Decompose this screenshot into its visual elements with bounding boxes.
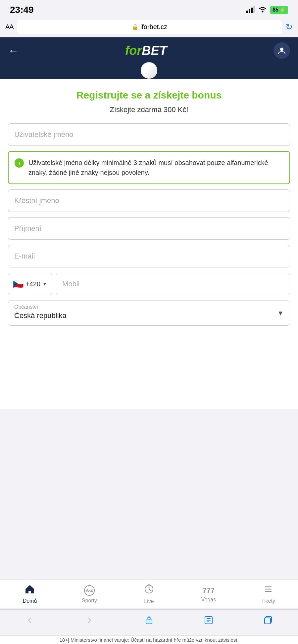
- browser-aa-button[interactable]: AA: [5, 23, 14, 31]
- sporty-icon: A-Z: [84, 585, 95, 596]
- citizenship-label: Občanství: [14, 304, 284, 310]
- country-dropdown-arrow: ▼: [42, 281, 47, 287]
- lastname-input[interactable]: [8, 217, 290, 240]
- citizenship-value: Česká republika: [14, 311, 284, 320]
- signal-icon: [246, 7, 255, 13]
- lastname-group: [8, 217, 290, 240]
- czech-flag: 🇨🇿: [13, 279, 24, 289]
- bottom-nav: Domů A-Z Sporty Live 777 Vegas: [0, 579, 298, 608]
- svg-point-1: [280, 48, 283, 51]
- nav-item-sporty[interactable]: A-Z Sporty: [73, 585, 106, 604]
- nav-label-live: Live: [144, 598, 154, 604]
- home-icon: [25, 584, 35, 596]
- browser-url-bar[interactable]: 🔒 iforbet.cz: [17, 20, 282, 34]
- nav-item-vegas[interactable]: 777 Vegas: [192, 586, 225, 603]
- vegas-icon: 777: [203, 586, 215, 595]
- status-time: 23:49: [10, 5, 34, 15]
- username-info-box: i Uživatelské jméno délky minimálně 3 zn…: [8, 151, 290, 184]
- browser-forward-button[interactable]: [79, 614, 99, 627]
- nav-label-tikety: Tikety: [261, 598, 275, 604]
- nav-label-vegas: Vegas: [201, 597, 216, 603]
- svg-line-4: [149, 589, 151, 591]
- back-button[interactable]: ←: [8, 45, 19, 57]
- site-header: ← forBET: [0, 37, 298, 64]
- info-text: Uživatelské jméno délky minimálně 3 znak…: [28, 158, 283, 178]
- lock-icon: 🔒: [132, 24, 138, 30]
- url-text: iforbet.cz: [140, 23, 167, 31]
- tickets-icon: [263, 584, 273, 596]
- warning-text: 18+| Ministerstvo financí varuje: Účastí…: [59, 637, 238, 643]
- browser-controls: [0, 609, 298, 631]
- svg-point-0: [262, 11, 264, 12]
- warning-bar: 18+| Ministerstvo financí varuje: Účastí…: [0, 635, 298, 644]
- username-group: [8, 123, 290, 146]
- nav-item-tikety[interactable]: Tikety: [252, 584, 285, 604]
- email-group: [8, 245, 290, 267]
- info-icon: i: [15, 158, 24, 168]
- main-content: Registrujte se a získejte bonus Získejte…: [0, 79, 298, 409]
- phone-input[interactable]: [56, 273, 290, 295]
- browser-back-button[interactable]: [20, 614, 40, 627]
- page-subtitle: Získejte zdarma 300 Kč!: [8, 105, 290, 114]
- refresh-button[interactable]: ↻: [285, 22, 293, 32]
- country-code: +420: [25, 280, 40, 288]
- live-icon: [144, 584, 154, 596]
- status-icons: 85 ⚡: [246, 6, 288, 14]
- username-input[interactable]: [8, 123, 290, 146]
- battery-indicator: 85 ⚡: [270, 6, 288, 14]
- phone-row: 🇨🇿 +420 ▼: [8, 273, 290, 295]
- browser-bookmarks-button[interactable]: [199, 614, 219, 627]
- nav-label-home: Domů: [23, 598, 37, 604]
- ball-image: [141, 62, 157, 79]
- browser-share-button[interactable]: [139, 614, 159, 627]
- email-input[interactable]: [8, 245, 290, 267]
- svg-rect-12: [265, 618, 271, 624]
- nav-item-live[interactable]: Live: [132, 584, 166, 604]
- status-bar: 23:49 85 ⚡: [0, 0, 298, 18]
- site-logo: forBET: [125, 44, 167, 58]
- ball-decoration: [0, 64, 298, 79]
- phone-country-selector[interactable]: 🇨🇿 +420 ▼: [8, 273, 52, 295]
- page-title: Registrujte se a získejte bonus: [8, 89, 290, 101]
- nav-item-home[interactable]: Domů: [13, 584, 46, 604]
- wifi-icon: [258, 6, 267, 14]
- user-account-button[interactable]: [273, 42, 290, 59]
- browser-tabs-button[interactable]: [258, 614, 278, 627]
- firstname-input[interactable]: [8, 189, 290, 212]
- firstname-group: [8, 189, 290, 212]
- browser-bar: AA 🔒 iforbet.cz ↻: [0, 18, 298, 37]
- nav-label-sporty: Sporty: [82, 598, 97, 604]
- citizenship-dropdown-arrow: ▼: [277, 309, 284, 317]
- citizenship-group[interactable]: Občanství Česká republika ▼: [8, 301, 290, 326]
